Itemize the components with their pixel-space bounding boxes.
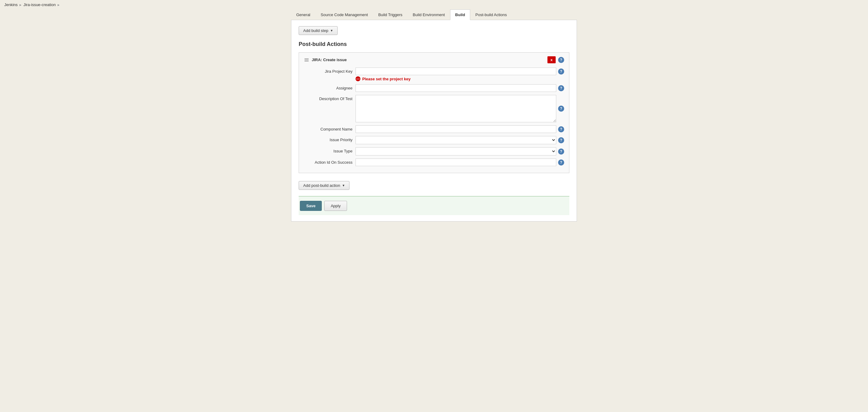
description-help-icon[interactable]: ? bbox=[558, 106, 564, 112]
add-postbuild-dropdown-arrow-icon: ▼ bbox=[342, 184, 345, 187]
issue-type-label: Issue Type bbox=[304, 147, 352, 153]
jira-panel-header: JIRA: Create issue x ? bbox=[304, 56, 564, 63]
jira-project-key-label: Jira Project Key bbox=[304, 67, 352, 73]
description-textarea[interactable] bbox=[355, 95, 556, 122]
component-name-field-row: ? bbox=[355, 125, 564, 133]
action-id-on-success-row: Action Id On Success ? bbox=[304, 158, 564, 166]
jira-panel-title-row: JIRA: Create issue bbox=[304, 58, 347, 62]
action-id-on-success-label: Action Id On Success bbox=[304, 158, 352, 165]
jira-panel-actions: x ? bbox=[548, 56, 564, 63]
assignee-help-icon[interactable]: ? bbox=[558, 85, 564, 91]
component-name-row: Component Name ? bbox=[304, 125, 564, 133]
component-name-help-icon[interactable]: ? bbox=[558, 126, 564, 133]
main-content: General Source Code Management Build Tri… bbox=[288, 9, 580, 222]
error-text: Please set the project key bbox=[362, 77, 411, 81]
post-build-title: Post-build Actions bbox=[299, 41, 569, 48]
add-post-build-action-button[interactable]: Add post-build action ▼ bbox=[299, 181, 349, 190]
close-x-label: x bbox=[551, 58, 553, 62]
save-button[interactable]: Save bbox=[300, 201, 322, 211]
issue-type-row: Issue Type Bug Task Story Epic ? bbox=[304, 147, 564, 155]
breadcrumb: Jenkins ► Jira-issue-creation ► bbox=[0, 0, 868, 9]
issue-type-field-row: Bug Task Story Epic ? bbox=[355, 147, 564, 155]
issue-type-help-icon[interactable]: ? bbox=[558, 148, 564, 154]
add-post-build-action-label: Add post-build action bbox=[303, 183, 340, 188]
assignee-row: Assignee ? bbox=[304, 84, 564, 92]
tab-build-environment[interactable]: Build Environment bbox=[407, 9, 450, 20]
apply-button[interactable]: Apply bbox=[324, 201, 347, 211]
description-label: Description Of Test bbox=[304, 95, 352, 101]
tab-general[interactable]: General bbox=[291, 9, 315, 20]
action-id-on-success-help-icon[interactable]: ? bbox=[558, 159, 564, 166]
breadcrumb-jenkins[interactable]: Jenkins bbox=[4, 2, 18, 7]
issue-type-select[interactable]: Bug Task Story Epic bbox=[355, 147, 556, 155]
error-icon: — bbox=[355, 77, 361, 81]
chevron-icon-1: ► bbox=[19, 3, 22, 7]
assignee-field-wrap: ? bbox=[355, 84, 564, 92]
jira-create-issue-panel: JIRA: Create issue x ? Jira Project Key … bbox=[299, 52, 569, 173]
assignee-input[interactable] bbox=[355, 84, 556, 92]
assignee-field-row: ? bbox=[355, 84, 564, 92]
close-jira-panel-button[interactable]: x bbox=[548, 56, 556, 63]
content-area: Add build step ▼ Post-build Actions JIRA… bbox=[291, 20, 577, 222]
jira-panel-title: JIRA: Create issue bbox=[312, 58, 347, 62]
description-row: Description Of Test ? bbox=[304, 95, 564, 122]
issue-priority-field-row: Highest High Medium Low Lowest ? bbox=[355, 136, 564, 144]
assignee-label: Assignee bbox=[304, 84, 352, 90]
add-build-step-label: Add build step bbox=[303, 28, 328, 33]
footer-buttons: Save Apply bbox=[299, 196, 569, 215]
description-field-row: ? bbox=[355, 95, 564, 122]
jira-project-key-row: Jira Project Key ? — Please set the proj… bbox=[304, 67, 564, 81]
project-key-error: — Please set the project key bbox=[355, 77, 564, 81]
jira-project-key-field-wrap: ? — Please set the project key bbox=[355, 67, 564, 81]
issue-priority-select[interactable]: Highest High Medium Low Lowest bbox=[355, 136, 556, 144]
dropdown-arrow-icon: ▼ bbox=[330, 29, 333, 32]
jira-project-key-input[interactable] bbox=[355, 67, 556, 75]
tab-source-code-management[interactable]: Source Code Management bbox=[315, 9, 373, 20]
chevron-icon-2: ► bbox=[57, 3, 60, 7]
action-id-on-success-field-wrap: ? bbox=[355, 158, 564, 166]
issue-priority-label: Issue Priority bbox=[304, 136, 352, 142]
issue-type-field-wrap: Bug Task Story Epic ? bbox=[355, 147, 564, 155]
jira-panel-help-icon[interactable]: ? bbox=[558, 57, 564, 63]
tab-post-build-actions[interactable]: Post-build Actions bbox=[470, 9, 512, 20]
breadcrumb-jira-issue-creation[interactable]: Jira-issue-creation bbox=[23, 2, 56, 7]
tab-bar: General Source Code Management Build Tri… bbox=[291, 9, 577, 20]
add-build-step-button[interactable]: Add build step ▼ bbox=[299, 26, 338, 35]
component-name-label: Component Name bbox=[304, 125, 352, 131]
issue-priority-row: Issue Priority Highest High Medium Low L… bbox=[304, 136, 564, 144]
component-name-input[interactable] bbox=[355, 125, 556, 133]
component-name-field-wrap: ? bbox=[355, 125, 564, 133]
action-id-on-success-field-row: ? bbox=[355, 158, 564, 166]
tab-build-triggers[interactable]: Build Triggers bbox=[373, 9, 407, 20]
jira-project-key-help-icon[interactable]: ? bbox=[558, 68, 564, 75]
action-id-on-success-input[interactable] bbox=[355, 158, 556, 166]
drag-handle[interactable] bbox=[304, 58, 309, 62]
description-field-wrap: ? bbox=[355, 95, 564, 122]
jira-project-key-field-row: ? bbox=[355, 67, 564, 75]
tab-build[interactable]: Build bbox=[450, 9, 470, 20]
issue-priority-help-icon[interactable]: ? bbox=[558, 137, 564, 143]
issue-priority-field-wrap: Highest High Medium Low Lowest ? bbox=[355, 136, 564, 144]
